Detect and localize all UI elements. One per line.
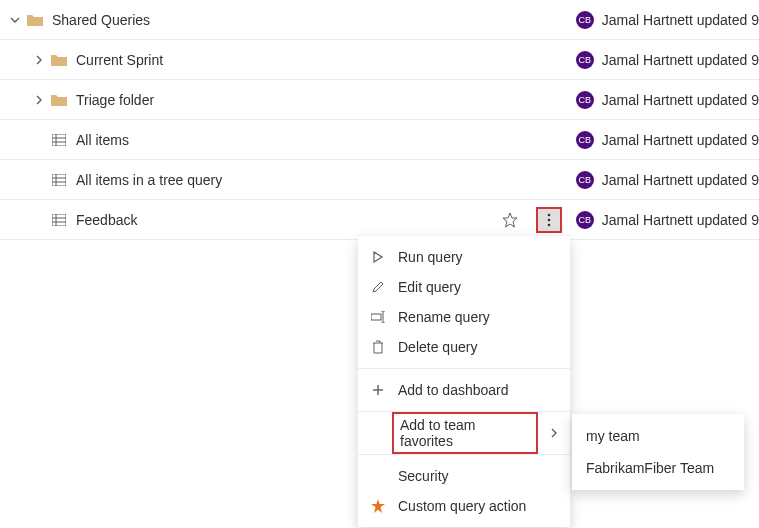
- modified-text: Jamal Hartnett updated 9: [602, 132, 759, 148]
- row-label: All items: [76, 132, 129, 148]
- plus-icon: [370, 382, 386, 398]
- svg-rect-8: [52, 214, 66, 226]
- modified-text: Jamal Hartnett updated 9: [602, 172, 759, 188]
- submenu-fabrikamfiber-team[interactable]: FabrikamFiber Team: [572, 452, 744, 484]
- row-label: Feedback: [76, 212, 137, 228]
- query-icon: [50, 131, 68, 149]
- avatar: CB: [576, 171, 594, 189]
- menu-label: Security: [398, 468, 449, 484]
- submenu-my-team[interactable]: my team: [572, 420, 744, 452]
- row-label: Triage folder: [76, 92, 154, 108]
- menu-label: Rename query: [398, 309, 490, 325]
- query-icon: [50, 171, 68, 189]
- folder-icon: [50, 51, 68, 69]
- team-favorites-submenu: my team FabrikamFiber Team: [572, 414, 744, 490]
- svg-rect-15: [371, 314, 381, 320]
- rename-icon: [370, 309, 386, 325]
- svg-point-13: [547, 218, 550, 221]
- menu-delete-query[interactable]: Delete query: [358, 332, 570, 362]
- menu-label: Custom query action: [398, 498, 526, 514]
- menu-run-query[interactable]: Run query: [358, 242, 570, 272]
- trash-icon: [370, 339, 386, 355]
- tree-row-all-items-tree[interactable]: All items in a tree query CB Jamal Hartn…: [0, 160, 759, 200]
- folder-icon: [26, 11, 44, 29]
- chevron-right-icon: [32, 93, 46, 107]
- svg-point-12: [547, 213, 550, 216]
- menu-rename-query[interactable]: Rename query: [358, 302, 570, 332]
- modified-text: Jamal Hartnett updated 9: [602, 92, 759, 108]
- menu-label: Add to dashboard: [398, 382, 509, 398]
- pencil-icon: [370, 279, 386, 295]
- avatar: CB: [576, 51, 594, 69]
- menu-edit-query[interactable]: Edit query: [358, 272, 570, 302]
- menu-label: Edit query: [398, 279, 461, 295]
- menu-label: Delete query: [398, 339, 477, 355]
- submenu-label: my team: [586, 428, 640, 444]
- chevron-right-icon: [550, 425, 558, 441]
- more-actions-button[interactable]: [536, 207, 562, 233]
- tree-row-shared-queries[interactable]: Shared Queries CB Jamal Hartnett updated…: [0, 0, 759, 40]
- avatar: CB: [576, 11, 594, 29]
- row-label: Current Sprint: [76, 52, 163, 68]
- modified-text: Jamal Hartnett updated 9: [602, 212, 759, 228]
- menu-security[interactable]: Security: [358, 461, 570, 491]
- play-icon: [370, 249, 386, 265]
- chevron-right-icon: [32, 53, 46, 67]
- folder-icon: [50, 91, 68, 109]
- star-burst-icon: [370, 498, 386, 514]
- avatar: CB: [576, 131, 594, 149]
- svg-rect-4: [52, 174, 66, 186]
- context-menu: Run query Edit query Rename query Delete…: [358, 236, 570, 527]
- svg-rect-0: [52, 134, 66, 146]
- menu-separator: [358, 454, 570, 455]
- query-icon: [50, 211, 68, 229]
- menu-add-team-favorites[interactable]: Add to team favorites: [358, 418, 570, 448]
- avatar: CB: [576, 211, 594, 229]
- row-label: All items in a tree query: [76, 172, 222, 188]
- favorite-star-button[interactable]: [500, 210, 520, 230]
- svg-point-14: [547, 223, 550, 226]
- chevron-down-icon: [8, 13, 22, 27]
- submenu-label: FabrikamFiber Team: [586, 460, 714, 476]
- menu-label: Run query: [398, 249, 463, 265]
- row-label: Shared Queries: [52, 12, 150, 28]
- modified-text: Jamal Hartnett updated 9: [602, 52, 759, 68]
- tree-row-current-sprint[interactable]: Current Sprint CB Jamal Hartnett updated…: [0, 40, 759, 80]
- menu-custom-query-action[interactable]: Custom query action: [358, 491, 570, 521]
- menu-add-dashboard[interactable]: Add to dashboard: [358, 375, 570, 405]
- modified-text: Jamal Hartnett updated 9: [602, 12, 759, 28]
- avatar: CB: [576, 91, 594, 109]
- tree-row-feedback[interactable]: Feedback CB Jamal Hartnett updated 9: [0, 200, 759, 240]
- tree-row-triage-folder[interactable]: Triage folder CB Jamal Hartnett updated …: [0, 80, 759, 120]
- menu-label: Add to team favorites: [392, 412, 538, 454]
- menu-separator: [358, 368, 570, 369]
- tree-row-all-items[interactable]: All items CB Jamal Hartnett updated 9: [0, 120, 759, 160]
